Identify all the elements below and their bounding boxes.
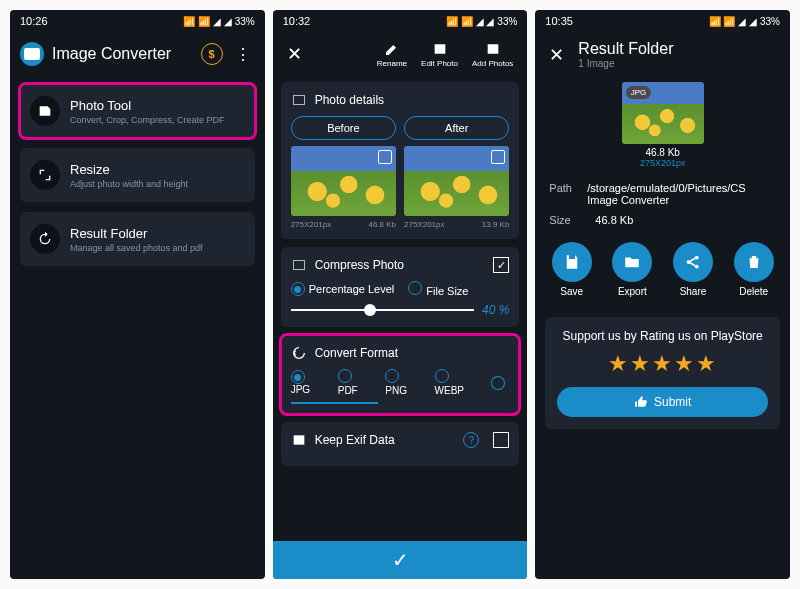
expand-icon[interactable] bbox=[491, 150, 505, 164]
percent-value: 40 % bbox=[482, 303, 509, 317]
svg-rect-2 bbox=[293, 260, 304, 269]
clock: 10:26 bbox=[20, 15, 48, 27]
panel-title: Keep Exif Data bbox=[315, 433, 395, 447]
menu-item-result-folder[interactable]: Result Folder Manage all saved photos an… bbox=[20, 212, 255, 266]
menu-title: Resize bbox=[70, 162, 245, 177]
rate-text: Support us by Rating us on PlayStore bbox=[557, 329, 768, 343]
share-button[interactable]: Share bbox=[673, 242, 713, 297]
info-size: Size46.8 Kb bbox=[535, 210, 790, 230]
confirm-button[interactable]: ✓ bbox=[273, 541, 528, 579]
export-button[interactable]: Export bbox=[612, 242, 652, 297]
coins-icon[interactable]: $ bbox=[201, 43, 223, 65]
panel-title: Convert Format bbox=[315, 346, 398, 360]
page-title: Result Folder bbox=[578, 40, 780, 58]
menu-sub: Convert, Crop, Compress, Create PDF bbox=[70, 115, 245, 125]
edit-toolbar: ✕ Rename Edit Photo Add Photos bbox=[273, 32, 528, 76]
close-icon[interactable]: ✕ bbox=[545, 40, 568, 70]
more-menu-icon[interactable]: ⋮ bbox=[231, 45, 255, 64]
status-bar: 10:26 📶 📶 ◢ ◢ 33% bbox=[10, 10, 265, 32]
menu-title: Photo Tool bbox=[70, 98, 245, 113]
clock: 10:32 bbox=[283, 15, 311, 27]
screen-2-edit: 10:32 📶 📶 ◢ ◢ 33% ✕ Rename Edit Photo Ad… bbox=[273, 10, 528, 579]
status-icons: 📶 📶 ◢ ◢ 33% bbox=[709, 16, 780, 27]
radio-percentage[interactable]: Percentage Level bbox=[291, 282, 395, 296]
exif-panel: Keep Exif Data? bbox=[281, 422, 520, 466]
app-title: Image Converter bbox=[52, 45, 193, 63]
resize-icon bbox=[30, 160, 60, 190]
rating-stars[interactable]: ★★★★★ bbox=[557, 351, 768, 377]
preview-size: 46.8 Kb bbox=[645, 147, 679, 158]
rate-card: Support us by Rating us on PlayStore ★★★… bbox=[545, 317, 780, 429]
menu-sub: Manage all saved photos and pdf bbox=[70, 243, 245, 253]
svg-rect-3 bbox=[293, 435, 304, 444]
after-thumbnail[interactable] bbox=[404, 146, 509, 216]
screen-3-result: 10:35 📶 📶 ◢ ◢ 33% ✕ Result Folder 1 Imag… bbox=[535, 10, 790, 579]
help-icon[interactable]: ? bbox=[463, 432, 479, 448]
expand-icon[interactable] bbox=[378, 150, 392, 164]
before-thumbnail[interactable] bbox=[291, 146, 396, 216]
page-subtitle: 1 Image bbox=[578, 58, 780, 69]
history-icon bbox=[30, 224, 60, 254]
clock: 10:35 bbox=[545, 15, 573, 27]
result-thumbnail: JPG bbox=[622, 82, 704, 144]
photo-tool-icon bbox=[30, 96, 60, 126]
compress-checkbox[interactable]: ✓ bbox=[493, 257, 509, 273]
submit-button[interactable]: Submit bbox=[557, 387, 768, 417]
format-badge: JPG bbox=[626, 86, 652, 99]
before-button[interactable]: Before bbox=[291, 116, 396, 140]
format-png[interactable]: PNG bbox=[385, 369, 424, 396]
preview-dim: 275X201px bbox=[640, 158, 686, 168]
compress-panel: Compress Photo✓ Percentage Level File Si… bbox=[281, 247, 520, 327]
format-more[interactable] bbox=[491, 376, 505, 390]
status-icons: 📶 📶 ◢ ◢ 33% bbox=[446, 16, 517, 27]
format-webp[interactable]: WEBP bbox=[435, 369, 482, 396]
svg-rect-0 bbox=[24, 48, 40, 60]
photo-details-panel: Photo details Before 275X201px46.8 Kb Af… bbox=[281, 82, 520, 239]
panel-title: Photo details bbox=[315, 93, 384, 107]
result-header: ✕ Result Folder 1 Image bbox=[535, 32, 790, 78]
status-icons: 📶 📶 ◢ ◢ 33% bbox=[183, 16, 254, 27]
after-button[interactable]: After bbox=[404, 116, 509, 140]
rename-button[interactable]: Rename bbox=[373, 41, 411, 68]
menu-item-resize[interactable]: Resize Adjust photo width and height bbox=[20, 148, 255, 202]
format-pdf[interactable]: PDF bbox=[338, 369, 376, 396]
format-jpg[interactable]: JPG bbox=[291, 370, 328, 395]
menu-item-photo-tool[interactable]: Photo Tool Convert, Crop, Compress, Crea… bbox=[20, 84, 255, 138]
add-photos-button[interactable]: Add Photos bbox=[468, 41, 517, 68]
result-preview[interactable]: JPG 46.8 Kb 275X201px bbox=[535, 82, 790, 168]
app-logo-icon bbox=[20, 42, 44, 66]
close-icon[interactable]: ✕ bbox=[283, 39, 306, 69]
exif-checkbox[interactable] bbox=[493, 432, 509, 448]
screen-1-home: 10:26 📶 📶 ◢ ◢ 33% Image Converter $ ⋮ Ph… bbox=[10, 10, 265, 579]
status-bar: 10:35 📶 📶 ◢ ◢ 33% bbox=[535, 10, 790, 32]
edit-photo-button[interactable]: Edit Photo bbox=[417, 41, 462, 68]
panel-title: Compress Photo bbox=[315, 258, 404, 272]
compress-slider[interactable]: 40 % bbox=[291, 303, 510, 317]
delete-button[interactable]: Delete bbox=[734, 242, 774, 297]
convert-format-panel: Convert Format JPG PDF PNG WEBP bbox=[281, 335, 520, 414]
status-bar: 10:32 📶 📶 ◢ ◢ 33% bbox=[273, 10, 528, 32]
menu-sub: Adjust photo width and height bbox=[70, 179, 245, 189]
info-path: Path/storage/emulated/0/Pictures/CS Imag… bbox=[535, 178, 790, 210]
radio-filesize[interactable]: File Size bbox=[408, 281, 468, 297]
app-bar: Image Converter $ ⋮ bbox=[10, 32, 265, 76]
svg-rect-1 bbox=[293, 95, 304, 104]
save-button[interactable]: Save bbox=[552, 242, 592, 297]
menu-title: Result Folder bbox=[70, 226, 245, 241]
